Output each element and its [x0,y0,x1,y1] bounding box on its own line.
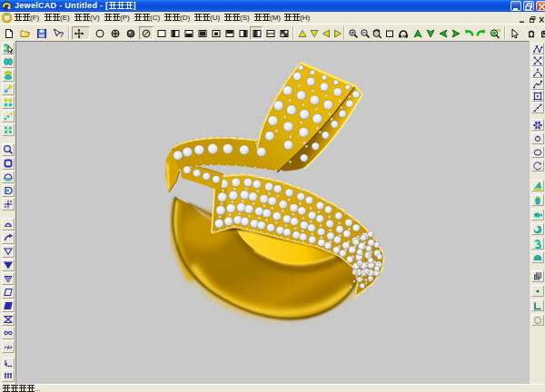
svg-text:A: A [401,34,405,39]
svg-text:?: ? [59,30,64,39]
